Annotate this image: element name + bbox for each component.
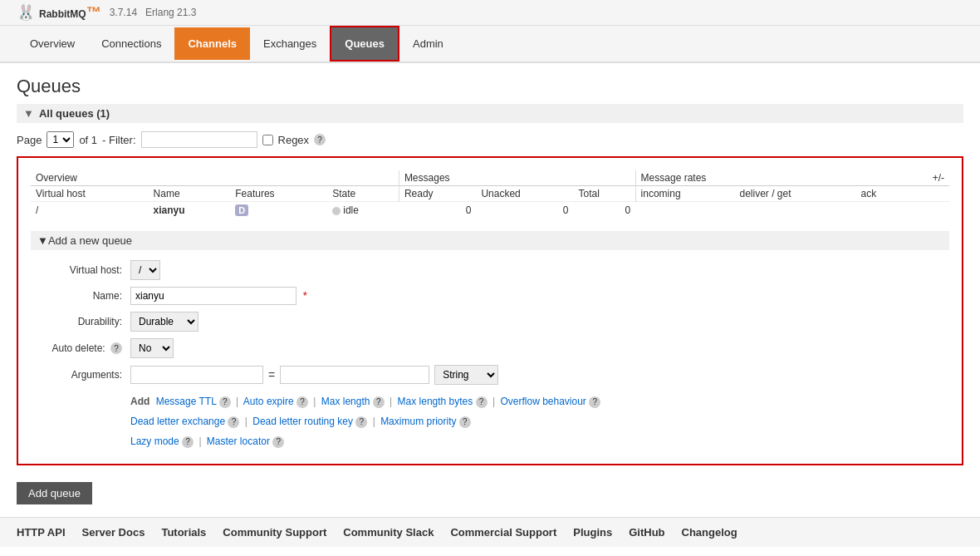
add-queue-header[interactable]: ▼ Add a new queue bbox=[31, 231, 949, 250]
footer-community-slack[interactable]: Community Slack bbox=[343, 526, 434, 539]
footer-commercial-support[interactable]: Commercial Support bbox=[450, 526, 556, 539]
hint-overflow-behaviour[interactable]: Overflow behaviour bbox=[500, 396, 586, 407]
row-state: idle bbox=[327, 202, 399, 219]
max-length-help[interactable]: ? bbox=[373, 396, 385, 408]
sep1: | bbox=[236, 396, 238, 407]
pagination: Page 1 of 1 - Filter: Regex ? bbox=[17, 131, 963, 148]
footer-plugins[interactable]: Plugins bbox=[573, 526, 612, 539]
group-overview: Overview bbox=[31, 170, 399, 186]
of-label: of 1 bbox=[79, 134, 97, 146]
nav-exchanges[interactable]: Exchanges bbox=[250, 27, 330, 60]
nav-overview[interactable]: Overview bbox=[17, 27, 88, 60]
max-length-bytes-help[interactable]: ? bbox=[476, 396, 488, 408]
hint-max-length-bytes[interactable]: Max length bytes bbox=[398, 396, 473, 407]
arguments-row: Arguments: = String Number Boolean List bbox=[31, 365, 949, 385]
main-nav: Overview Connections Channels Exchanges … bbox=[0, 26, 980, 63]
col-unacked: Unacked bbox=[476, 186, 573, 202]
arg-key-input[interactable] bbox=[130, 366, 263, 384]
sep4: | bbox=[492, 396, 495, 407]
dead-letter-exchange-help[interactable]: ? bbox=[228, 416, 239, 428]
table-row[interactable]: / xianyu D idle 0 0 0 bbox=[31, 202, 949, 219]
hint-lazy-mode[interactable]: Lazy mode bbox=[130, 435, 179, 447]
regex-label: Regex bbox=[278, 134, 310, 146]
hint-max-length[interactable]: Max length bbox=[321, 396, 370, 407]
row-total: 0 bbox=[573, 202, 635, 219]
footer-changelog[interactable]: Changelog bbox=[682, 526, 737, 539]
virtual-host-select[interactable]: / bbox=[130, 260, 160, 280]
equals-sign: = bbox=[268, 368, 275, 381]
row-incoming bbox=[635, 202, 734, 219]
page-title: Queues bbox=[17, 76, 963, 97]
add-label: Add bbox=[130, 396, 149, 407]
col-deliver-get: deliver / get bbox=[734, 186, 855, 202]
add-queue-button[interactable]: Add queue bbox=[17, 482, 92, 504]
required-star: * bbox=[303, 289, 307, 302]
col-total: Total bbox=[573, 186, 635, 202]
regex-help-icon[interactable]: ? bbox=[314, 134, 326, 145]
footer-github[interactable]: GitHub bbox=[629, 526, 664, 539]
nav-connections[interactable]: Connections bbox=[88, 27, 174, 60]
all-queues-header[interactable]: ▼ All queues (1) bbox=[17, 104, 963, 123]
nav-queues[interactable]: Queues bbox=[330, 26, 399, 62]
virtual-host-row: Virtual host: / bbox=[31, 260, 949, 280]
auto-delete-control: No Yes bbox=[130, 338, 174, 358]
auto-delete-select[interactable]: No Yes bbox=[130, 338, 174, 358]
version-info: 3.7.14 Erlang 21.3 bbox=[110, 7, 197, 18]
filter-label: - Filter: bbox=[102, 134, 135, 146]
logo: 🐰 RabbitMQ™ bbox=[17, 3, 101, 22]
header: 🐰 RabbitMQ™ 3.7.14 Erlang 21.3 bbox=[0, 0, 980, 26]
plus-minus-btn[interactable]: +/- bbox=[906, 170, 949, 186]
hint-dead-letter-exchange[interactable]: Dead letter exchange bbox=[130, 416, 225, 427]
virtual-host-label: Virtual host: bbox=[31, 264, 130, 276]
nav-channels[interactable]: Channels bbox=[174, 27, 250, 60]
sep7: | bbox=[198, 435, 201, 447]
overflow-behaviour-help[interactable]: ? bbox=[589, 396, 600, 408]
row-unacked: 0 bbox=[476, 202, 573, 219]
row-name: xianyu bbox=[149, 202, 231, 219]
footer-server-docs[interactable]: Server Docs bbox=[82, 526, 145, 539]
footer-http-api[interactable]: HTTP API bbox=[17, 526, 66, 539]
auto-delete-help-icon[interactable]: ? bbox=[110, 342, 122, 354]
col-incoming: incoming bbox=[635, 186, 734, 202]
page-select[interactable]: 1 bbox=[47, 131, 74, 148]
row-ready: 0 bbox=[399, 202, 476, 219]
hint-master-locator[interactable]: Master locator bbox=[207, 435, 270, 447]
add-hints: Add Message TTL ? | Auto expire ? | Max … bbox=[130, 391, 949, 451]
durability-control: Durable Transient bbox=[130, 312, 198, 332]
row-virtual-host: / bbox=[31, 202, 149, 219]
name-input[interactable] bbox=[130, 287, 296, 305]
hint-message-ttl[interactable]: Message TTL bbox=[156, 396, 217, 407]
filter-input[interactable] bbox=[141, 131, 257, 148]
auto-delete-label-text: Auto delete: bbox=[52, 342, 105, 354]
logo-text: RabbitMQ bbox=[39, 8, 86, 20]
nav-admin[interactable]: Admin bbox=[399, 27, 457, 60]
maximum-priority-help[interactable]: ? bbox=[459, 416, 471, 428]
auto-delete-row: Auto delete: ? No Yes bbox=[31, 338, 949, 358]
queue-table: Overview Messages Message rates +/- Virt… bbox=[31, 170, 949, 219]
arg-val-input[interactable] bbox=[280, 366, 429, 384]
arg-type-select[interactable]: String Number Boolean List bbox=[434, 365, 498, 385]
name-label: Name: bbox=[31, 290, 130, 302]
footer: HTTP API Server Docs Tutorials Community… bbox=[0, 517, 980, 547]
auto-expire-help[interactable]: ? bbox=[296, 396, 308, 408]
hint-auto-expire[interactable]: Auto expire bbox=[243, 396, 294, 407]
footer-tutorials[interactable]: Tutorials bbox=[161, 526, 206, 539]
sep2: | bbox=[313, 396, 316, 407]
durability-select[interactable]: Durable Transient bbox=[130, 312, 198, 332]
hint-maximum-priority[interactable]: Maximum priority bbox=[380, 416, 456, 427]
footer-community-support[interactable]: Community Support bbox=[223, 526, 326, 539]
virtual-host-control: / bbox=[130, 260, 160, 280]
lazy-mode-help[interactable]: ? bbox=[182, 436, 194, 448]
hint-dead-letter-routing-key[interactable]: Dead letter routing key bbox=[252, 416, 353, 427]
erlang-version: Erlang 21.3 bbox=[145, 7, 196, 18]
master-locator-help[interactable]: ? bbox=[272, 436, 284, 448]
row-ack bbox=[855, 202, 906, 219]
dead-letter-routing-key-help[interactable]: ? bbox=[355, 416, 367, 428]
regex-checkbox[interactable] bbox=[262, 135, 273, 145]
add-queue-section: ▼ Add a new queue Virtual host: / Name: … bbox=[31, 231, 949, 451]
col-virtual-host: Virtual host bbox=[31, 186, 149, 202]
arguments-control: = String Number Boolean List bbox=[130, 365, 498, 385]
message-ttl-help[interactable]: ? bbox=[219, 396, 231, 408]
name-control: * bbox=[130, 287, 307, 305]
collapse-arrow: ▼ bbox=[23, 107, 34, 120]
